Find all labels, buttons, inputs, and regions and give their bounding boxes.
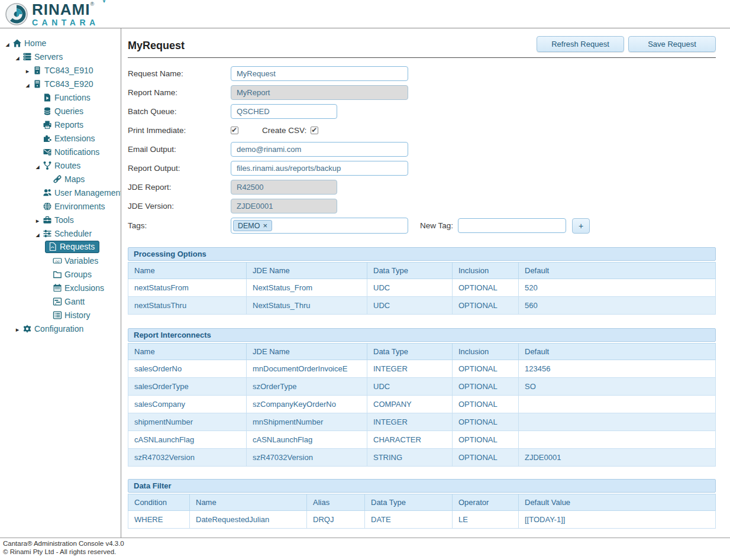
column-header: Name (190, 494, 307, 511)
cell: NextStatus_From (247, 279, 367, 297)
jde-report-label: JDE Report: (128, 183, 231, 192)
table-row[interactable]: salesOrderType szOrderType UDC OPTIONAL … (128, 378, 716, 396)
expander-closed-icon[interactable] (22, 66, 33, 75)
batch-queue-field[interactable] (231, 104, 337, 119)
mail-notification-icon (43, 147, 54, 157)
sidebar-item-label: Groups (64, 270, 92, 279)
cell: salesOrderType (128, 378, 247, 396)
sidebar-item-tc843-e910[interactable]: TC843_E910 (0, 63, 121, 77)
sidebar-item-label: Home (24, 38, 46, 48)
sidebar-item-servers[interactable]: Servers (0, 50, 121, 63)
sidebar-item-extensions[interactable]: Extensions (0, 131, 121, 145)
table-row[interactable]: nextStatusFrom NextStatus_From UDC OPTIO… (128, 279, 716, 297)
cell: UDC (367, 279, 453, 297)
column-header: Condition (128, 494, 190, 511)
column-header: Default (519, 344, 716, 360)
sidebar-item-requests[interactable]: Requests (0, 240, 121, 254)
history-list-icon (53, 310, 64, 320)
table-row[interactable]: shipmentNumber mnShipmentNumber INTEGER … (128, 413, 716, 431)
table-row[interactable]: szR47032Version szR47032Version STRING O… (128, 449, 716, 467)
create-csv-checkbox[interactable] (311, 127, 318, 134)
sidebar-item-routes[interactable]: Routes (0, 158, 121, 172)
tags-input[interactable]: DEMO × (231, 218, 408, 234)
column-header: Name (128, 263, 247, 279)
save-request-button[interactable]: Save Request (628, 36, 716, 52)
sidebar-item-environments[interactable]: Environments (0, 199, 121, 213)
sidebar-item-label: Routes (54, 161, 80, 170)
cell: szOrderType (247, 378, 367, 396)
report-interconnects-section: Report Interconnects Name JDE Name Data … (128, 328, 716, 467)
sidebar-item-history[interactable]: History (0, 308, 121, 322)
cell: cASNLaunchFlag (247, 431, 367, 449)
refresh-request-button[interactable]: Refresh Request (537, 36, 624, 52)
expander-open-icon[interactable] (2, 38, 12, 48)
expander-closed-icon[interactable] (33, 215, 43, 225)
sidebar-item-tools[interactable]: Tools (0, 213, 121, 226)
cell (519, 431, 716, 449)
remove-tag-icon[interactable]: × (263, 221, 268, 230)
table-row[interactable]: cASNLaunchFlag cASNLaunchFlag CHARACTER … (128, 431, 716, 449)
sidebar-item-groups[interactable]: Groups (0, 267, 121, 281)
cell: salesOrderNo (128, 360, 247, 378)
sidebar-item-label: Servers (34, 52, 63, 61)
sidebar-item-tc843-e920[interactable]: TC843_E920 (0, 77, 121, 90)
cell: OPTIONAL (453, 297, 519, 315)
sidebar-item-label: Functions (54, 93, 91, 102)
sidebar-item-user-management[interactable]: User Management (0, 186, 121, 199)
selected-item-badge: Requests (45, 241, 99, 253)
rinami-logo-icon (5, 2, 28, 26)
top-bar: RINAMI® ▼ CANTARA (0, 0, 730, 28)
gantt-icon (53, 297, 64, 306)
sidebar-item-functions[interactable]: Functions (0, 90, 121, 104)
sidebar-item-variables[interactable]: (x) Variables (0, 254, 121, 267)
footer: Cantara® Administration Console v4.3.0 ©… (0, 538, 730, 559)
svg-text:(x): (x) (55, 258, 59, 263)
sidebar-item-reports[interactable]: Reports (0, 118, 121, 131)
report-output-label: Report Output: (128, 164, 231, 173)
column-header: Data Type (367, 344, 453, 360)
scheduler-sliders-icon (43, 229, 54, 238)
new-tag-field[interactable] (458, 218, 566, 233)
column-header: Inclusion (453, 344, 519, 360)
table-header-row: Name JDE Name Data Type Inclusion Defaul… (128, 344, 716, 360)
email-output-field[interactable] (231, 142, 408, 157)
users-icon (43, 188, 54, 198)
cell: INTEGER (367, 413, 453, 431)
print-immediate-checkbox[interactable] (231, 127, 238, 134)
database-icon (43, 106, 54, 116)
column-header: JDE Name (247, 263, 367, 279)
sidebar-item-home[interactable]: Home (0, 36, 121, 50)
server-icon (33, 66, 44, 75)
sidebar-item-gantt[interactable]: Gantt (0, 294, 121, 308)
sidebar-item-exclusions[interactable]: Exclusions (0, 281, 121, 294)
expander-closed-icon[interactable] (12, 324, 22, 334)
report-output-field[interactable] (231, 161, 408, 176)
request-name-field[interactable] (231, 66, 408, 81)
expander-open-icon[interactable] (22, 79, 33, 89)
add-tag-button[interactable]: + (572, 218, 590, 234)
sidebar-item-label: Configuration (34, 324, 83, 334)
cell (519, 413, 716, 431)
sidebar-item-maps[interactable]: Maps (0, 172, 121, 186)
table-header-row: Condition Name Alias Data Type Operator … (128, 494, 716, 511)
sidebar-item-label: Variables (64, 256, 98, 266)
folder-icon (53, 270, 64, 279)
cell: NextStatus_Thru (247, 297, 367, 315)
brand-registered-mark: ® (90, 1, 94, 7)
expander-open-icon[interactable] (33, 229, 43, 238)
cell: shipmentNumber (128, 413, 247, 431)
expander-open-icon[interactable] (12, 52, 22, 61)
servers-icon (22, 52, 34, 61)
sidebar-item-notifications[interactable]: Notifications (0, 145, 121, 158)
table-row[interactable]: WHERE DateRequestedJulian DRQJ DATE LE [… (128, 511, 716, 529)
sidebar-item-queries[interactable]: Queries (0, 104, 121, 118)
sidebar-item-label: TC843_E910 (44, 66, 93, 75)
column-header: Default (519, 263, 716, 279)
sidebar-item-scheduler[interactable]: Scheduler (0, 226, 121, 240)
cell: SO (519, 378, 716, 396)
table-row[interactable]: salesOrderNo mnDocumentOrderInvoiceE INT… (128, 360, 716, 378)
table-row[interactable]: salesCompany szCompanyKeyOrderNo COMPANY… (128, 396, 716, 413)
table-row[interactable]: nextStatusThru NextStatus_Thru UDC OPTIO… (128, 297, 716, 315)
sidebar-item-configuration[interactable]: Configuration (0, 322, 121, 335)
expander-open-icon[interactable] (33, 161, 43, 170)
